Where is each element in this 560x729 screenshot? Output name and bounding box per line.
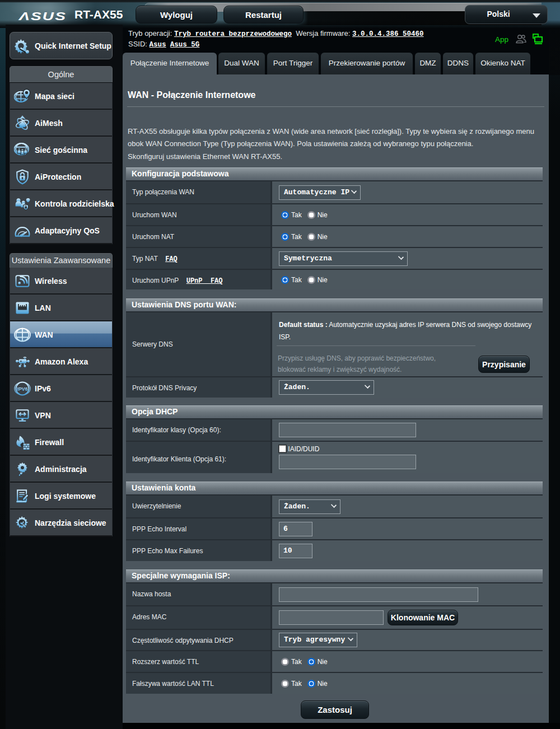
svg-text:IPV6: IPV6	[17, 386, 27, 392]
